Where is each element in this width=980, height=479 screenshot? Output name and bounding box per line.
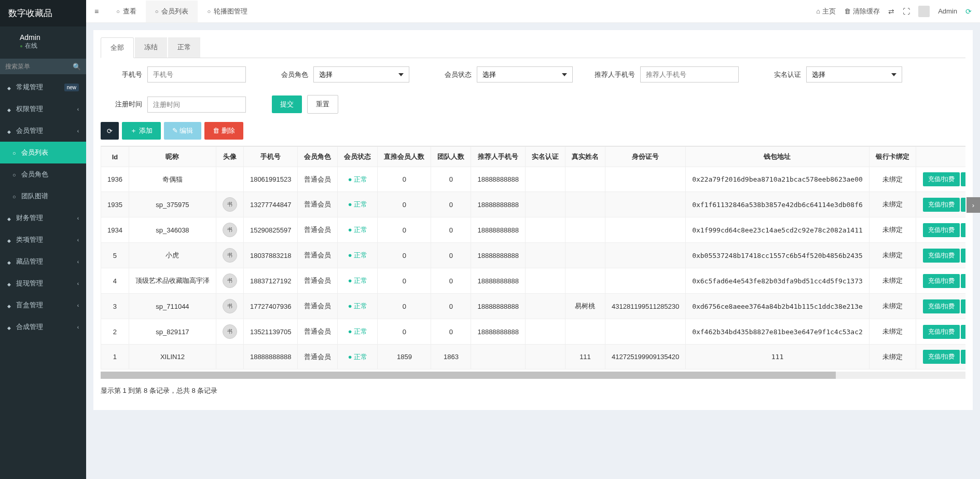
user-avatar-small[interactable] <box>918 6 930 17</box>
side-drawer-handle[interactable]: › <box>967 197 980 213</box>
language-icon[interactable]: ⇄ <box>888 7 894 16</box>
menu-icon <box>7 323 11 331</box>
edit-button[interactable]: ✎ 编辑 <box>164 122 202 140</box>
sidebar-item-category[interactable]: 类项管理‹ <box>0 229 86 251</box>
table-row[interactable]: 1936奇偶猫18061991523普通会员正常00188888888880x2… <box>101 167 966 192</box>
table-row[interactable]: 1935sp_375975书13277744847普通会员正常001888888… <box>101 192 966 217</box>
tab-view[interactable]: 查看 <box>107 1 146 22</box>
table-row[interactable]: 2sp_829117书13521139705普通会员正常001888888888… <box>101 319 966 345</box>
sidebar-item-general[interactable]: 常规管理new <box>0 76 86 98</box>
menu-icon <box>7 280 11 288</box>
recharge-button[interactable]: 充值/扣费 <box>923 172 960 186</box>
sidebar-item-member-list[interactable]: 会员列表 <box>0 142 86 163</box>
column-header[interactable]: 头像 <box>216 147 243 167</box>
column-header[interactable]: 银行卡绑定 <box>869 147 916 167</box>
menu-label: 合成管理 <box>16 322 43 332</box>
chevron-left-icon: ‹ <box>77 303 79 308</box>
status-badge: 正常 <box>348 200 367 208</box>
submit-button[interactable]: 提交 <box>272 95 302 113</box>
subtab-frozen[interactable]: 冻结 <box>135 37 167 58</box>
chevron-left-icon: ‹ <box>77 106 79 112</box>
gift-button[interactable]: 赠送藏品 <box>961 350 965 364</box>
add-button[interactable]: ＋ 添加 <box>122 122 161 140</box>
recharge-button[interactable]: 充值/扣费 <box>923 249 960 263</box>
sidebar-item-team[interactable]: 团队图谱 <box>0 185 86 207</box>
refresh-button[interactable]: ⟳ <box>101 122 119 140</box>
user-label[interactable]: Admin <box>938 7 957 15</box>
table-row[interactable]: 1934sp_346038书15290825597普通会员正常001888888… <box>101 217 966 243</box>
sidebar-item-compose[interactable]: 合成管理‹ <box>0 316 86 338</box>
horizontal-scrollbar[interactable] <box>101 372 965 379</box>
status-badge: 正常 <box>348 251 367 259</box>
table-row[interactable]: 3sp_711044书17727407936普通会员正常001888888888… <box>101 294 966 319</box>
delete-button[interactable]: 🗑 删除 <box>204 122 243 140</box>
search-icon[interactable]: 🔍 <box>73 63 81 71</box>
sidebar-item-withdraw[interactable]: 提现管理‹ <box>0 272 86 294</box>
menu-label: 类项管理 <box>16 235 43 244</box>
filter-status-select[interactable]: 选择 <box>477 66 573 83</box>
column-header[interactable]: Id <box>101 147 129 167</box>
table-row[interactable]: 4顶级艺术品收藏咖高宇泽书18837127192普通会员正常0018888888… <box>101 268 966 294</box>
reset-button[interactable]: 重置 <box>307 95 338 114</box>
fullscreen-icon[interactable]: ⛶ <box>903 7 910 16</box>
hamburger-icon[interactable]: ≡ <box>86 7 107 16</box>
avatar: 书 <box>223 324 237 339</box>
gift-button[interactable]: 赠送藏品 <box>961 223 965 237</box>
column-header[interactable]: 钱包地址 <box>686 147 869 167</box>
sidebar-item-finance[interactable]: 财务管理‹ <box>0 207 86 229</box>
column-header[interactable]: 直推会员人数 <box>378 147 431 167</box>
gift-button[interactable]: 赠送藏品 <box>961 299 965 313</box>
gift-button[interactable]: 赠送藏品 <box>961 172 965 186</box>
sidebar-item-perm[interactable]: 权限管理‹ <box>0 98 86 120</box>
column-header[interactable]: 实名认证 <box>525 147 565 167</box>
column-header[interactable]: 会员角色 <box>298 147 338 167</box>
recharge-button[interactable]: 充值/扣费 <box>923 350 960 364</box>
recharge-button[interactable]: 充值/扣费 <box>923 325 960 339</box>
topbar: ≡ 查看会员列表轮播图管理 ⌂ 主页 🗑 清除缓存 ⇄ ⛶ Admin ⟳ <box>86 0 980 23</box>
filter-role-select[interactable]: 选择 <box>313 66 409 83</box>
menu-icon <box>12 193 16 200</box>
gift-button[interactable]: 赠送藏品 <box>961 198 965 212</box>
column-header[interactable]: 身份证号 <box>605 147 685 167</box>
table-row[interactable]: 1XILIN1218888888888普通会员正常185918631114127… <box>101 345 966 369</box>
menu-label: 会员角色 <box>21 170 48 179</box>
column-header[interactable]: 昵称 <box>129 147 216 167</box>
recharge-button[interactable]: 充值/扣费 <box>923 299 960 313</box>
sidebar-item-member[interactable]: 会员管理‹ <box>0 120 86 142</box>
column-header[interactable]: 手机号 <box>243 147 298 167</box>
refresh-icon[interactable]: ⟳ <box>965 7 972 16</box>
column-header[interactable]: 会员状态 <box>338 147 378 167</box>
filter-realname-select[interactable]: 选择 <box>806 66 902 83</box>
recharge-button[interactable]: 充值/扣费 <box>923 198 960 212</box>
avatar: 书 <box>223 223 237 237</box>
filter-regtime-input[interactable] <box>147 97 246 113</box>
menu-icon <box>7 214 11 222</box>
column-header[interactable]: 操作 <box>916 147 965 167</box>
filter-referrer-input[interactable] <box>640 66 739 83</box>
menu-icon <box>12 171 16 179</box>
logo: 数字收藏品 <box>0 0 86 26</box>
menu-label: 权限管理 <box>16 104 43 114</box>
gift-button[interactable]: 赠送藏品 <box>961 274 965 288</box>
recharge-button[interactable]: 充值/扣费 <box>923 274 960 288</box>
tab-mlist[interactable]: 会员列表 <box>146 1 198 22</box>
tab-carousel[interactable]: 轮播图管理 <box>198 1 257 22</box>
sidebar-item-collection[interactable]: 藏品管理‹ <box>0 251 86 272</box>
subtab-normal[interactable]: 正常 <box>168 37 200 58</box>
gift-button[interactable]: 赠送藏品 <box>961 249 965 263</box>
gift-button[interactable]: 赠送藏品 <box>961 325 965 339</box>
sidebar-search: 🔍 <box>0 59 86 74</box>
column-header[interactable]: 推荐人手机号 <box>471 147 526 167</box>
column-header[interactable]: 团队人数 <box>431 147 471 167</box>
subtab-all[interactable]: 全部 <box>101 37 134 58</box>
table-row[interactable]: 5小虎书18037883218普通会员正常00188888888880xb055… <box>101 243 966 268</box>
avatar: 书 <box>223 299 237 313</box>
clear-cache-link[interactable]: 🗑 清除缓存 <box>844 7 880 16</box>
home-link[interactable]: ⌂ 主页 <box>816 7 836 16</box>
recharge-button[interactable]: 充值/扣费 <box>923 223 960 237</box>
column-header[interactable]: 真实姓名 <box>565 147 605 167</box>
filter-mobile-input[interactable] <box>147 66 246 83</box>
sidebar-item-member-role[interactable]: 会员角色 <box>0 163 86 185</box>
sidebar-item-blindbox[interactable]: 盲盒管理‹ <box>0 294 86 316</box>
menu-label: 藏品管理 <box>16 257 43 266</box>
